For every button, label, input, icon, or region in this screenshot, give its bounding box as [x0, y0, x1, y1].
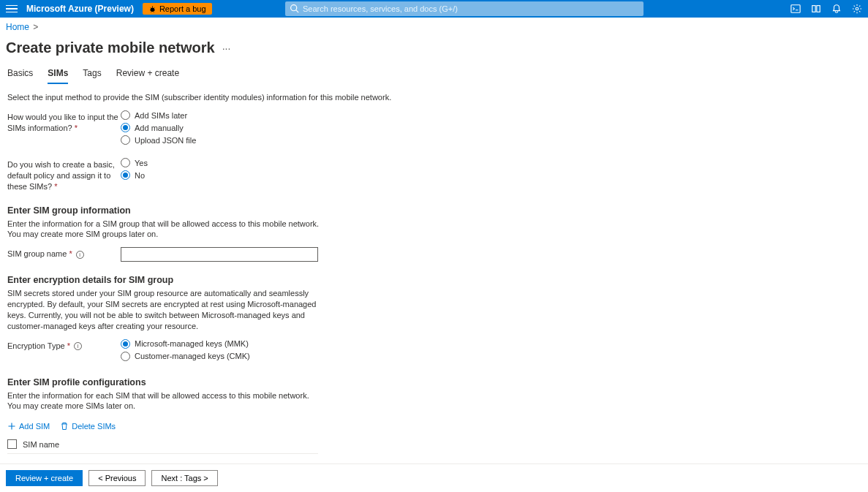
sim-group-desc: Enter the information for a SIM group th…: [7, 219, 322, 241]
tab-basics[interactable]: Basics: [7, 68, 33, 84]
field-input-method: How would you like to input the SIMs inf…: [7, 110, 527, 148]
default-policy-label: Do you wish to create a basic, default p…: [7, 158, 121, 192]
field-sim-group-name: SIM group name * i: [7, 247, 527, 262]
report-bug-label: Report a bug: [159, 4, 206, 13]
tab-sims[interactable]: SIMs: [48, 68, 68, 84]
svg-rect-2: [791, 5, 800, 13]
form-content: Select the input method to provide the S…: [0, 84, 534, 492]
info-icon[interactable]: i: [74, 342, 82, 350]
notifications-icon[interactable]: [831, 4, 842, 14]
field-default-policy: Do you wish to create a basic, default p…: [7, 158, 527, 192]
encryption-heading: Enter encryption details for SIM group: [7, 275, 527, 285]
brand-label: Microsoft Azure (Preview): [26, 4, 134, 14]
field-encryption-type: Encryption Type * i Microsoft-managed ke…: [7, 339, 527, 364]
radio-policy-no[interactable]: No: [121, 170, 527, 180]
delete-sims-button[interactable]: Delete SIMs: [60, 422, 116, 431]
bug-icon: [148, 5, 156, 13]
radio-add-manually[interactable]: Add manually: [121, 123, 527, 132]
search-icon: [290, 4, 299, 13]
plus-icon: [7, 422, 16, 431]
tab-bar: Basics SIMs Tags Review + create: [0, 62, 868, 84]
settings-icon[interactable]: [852, 4, 862, 14]
svg-point-5: [856, 7, 858, 10]
next-button[interactable]: Next : Tags >: [151, 470, 217, 486]
cloud-shell-icon[interactable]: [790, 4, 801, 14]
input-method-label: How would you like to input the SIMs inf…: [7, 110, 121, 134]
sim-group-heading: Enter SIM group information: [7, 205, 527, 216]
directory-icon[interactable]: [811, 4, 821, 14]
radio-cmk[interactable]: Customer-managed keys (CMK): [121, 352, 527, 361]
intro-text: Select the input method to provide the S…: [7, 93, 527, 102]
menu-icon[interactable]: [6, 3, 18, 15]
wizard-footer: Review + create < Previous Next : Tags >: [0, 463, 868, 492]
svg-rect-3: [812, 6, 815, 12]
breadcrumb-home[interactable]: Home: [6, 22, 29, 32]
sim-group-name-label: SIM group name * i: [7, 247, 121, 260]
sim-table-header: SIM name: [7, 435, 318, 454]
report-bug-button[interactable]: Report a bug: [143, 3, 212, 15]
review-create-button[interactable]: Review + create: [6, 470, 83, 486]
radio-upload-json[interactable]: Upload JSON file: [121, 135, 527, 145]
breadcrumb: Home >: [0, 18, 868, 37]
info-icon[interactable]: i: [76, 251, 84, 259]
encryption-type-label: Encryption Type * i: [7, 339, 121, 352]
breadcrumb-sep: >: [33, 22, 38, 32]
top-right-icons: [790, 4, 862, 14]
search-input[interactable]: [285, 1, 644, 16]
add-sim-button[interactable]: Add SIM: [7, 422, 50, 431]
tab-tags[interactable]: Tags: [83, 68, 101, 84]
more-actions-icon[interactable]: ···: [222, 42, 231, 54]
radio-policy-yes[interactable]: Yes: [121, 158, 527, 167]
previous-button[interactable]: < Previous: [88, 470, 146, 486]
tab-review[interactable]: Review + create: [116, 68, 179, 84]
select-all-checkbox[interactable]: [7, 439, 17, 449]
svg-rect-4: [817, 6, 820, 12]
page-title-row: Create private mobile network ···: [0, 37, 868, 62]
trash-icon: [60, 422, 69, 431]
page-title: Create private mobile network: [6, 39, 215, 56]
radio-mmk[interactable]: Microsoft-managed keys (MMK): [121, 339, 527, 349]
col-sim-name: SIM name: [23, 440, 59, 449]
svg-point-1: [291, 5, 297, 11]
encryption-desc: SIM secrets stored under your SIM group …: [7, 288, 322, 331]
search-wrapper: [285, 1, 644, 16]
top-bar: Microsoft Azure (Preview) Report a bug: [0, 0, 868, 18]
sim-group-name-input[interactable]: [121, 247, 318, 262]
profile-desc: Enter the information for each SIM that …: [7, 390, 322, 412]
radio-add-later[interactable]: Add SIMs later: [121, 110, 527, 120]
sim-actions: Add SIM Delete SIMs: [7, 422, 527, 431]
profile-heading: Enter SIM profile configurations: [7, 377, 527, 387]
